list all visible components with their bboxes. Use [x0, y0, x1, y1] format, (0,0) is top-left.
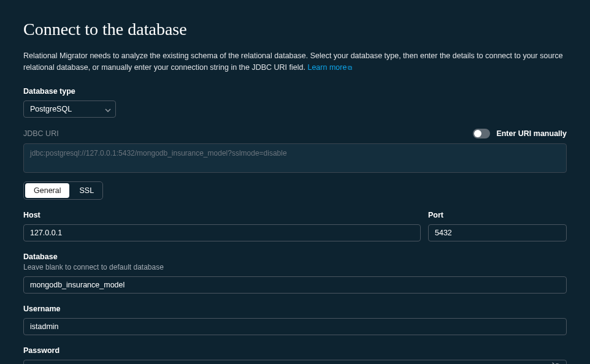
port-input[interactable]	[428, 224, 567, 241]
username-input[interactable]	[23, 318, 567, 335]
database-input[interactable]	[23, 276, 567, 294]
page-description: Relational Migrator needs to analyze the…	[23, 50, 567, 74]
jdbc-uri-label: JDBC URI	[23, 129, 59, 138]
external-link-icon: ⧉	[348, 63, 352, 72]
enter-uri-manually-label: Enter URI manually	[496, 129, 567, 138]
username-label: Username	[23, 305, 567, 313]
learn-more-link[interactable]: Learn more⧉	[307, 63, 352, 72]
tab-ssl[interactable]: SSL	[71, 182, 102, 199]
jdbc-uri-field: jdbc:postgresql://127.0.0.1:5432/mongodb…	[23, 143, 567, 173]
description-text: Relational Migrator needs to analyze the…	[23, 51, 563, 72]
database-label: Database	[23, 252, 567, 261]
host-input[interactable]	[23, 224, 421, 241]
database-type-label: Database type	[23, 87, 567, 96]
port-label: Port	[428, 211, 567, 219]
password-input[interactable]	[23, 360, 567, 365]
page-title: Connect to the database	[23, 20, 567, 39]
database-type-select[interactable]: PostgreSQL	[23, 100, 116, 118]
eye-off-icon[interactable]	[552, 362, 562, 365]
connection-tabs: General SSL	[23, 181, 103, 200]
database-helper-text: Leave blank to connect to default databa…	[23, 263, 567, 271]
host-label: Host	[23, 211, 421, 219]
enter-uri-manually-toggle[interactable]	[473, 129, 490, 138]
password-label: Password	[23, 346, 567, 355]
tab-general[interactable]: General	[25, 183, 69, 198]
